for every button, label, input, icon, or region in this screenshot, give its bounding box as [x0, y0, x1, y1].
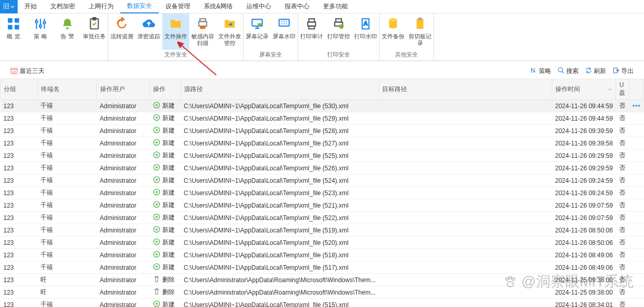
cell	[379, 125, 552, 137]
cell: C:\Users\ADMINI~1\AppData\Local\Temp\xml…	[180, 212, 379, 224]
ribbon-flow-trace[interactable]: 流转追溯	[108, 13, 135, 50]
table-row[interactable]: 123千禧Administrator新建C:\Users\ADMINI~1\Ap…	[1, 199, 644, 212]
row-more-cell	[629, 199, 644, 212]
col-header-4[interactable]: 源路径	[180, 79, 379, 100]
table-row[interactable]: 123旺Administrator删除C:\Users\Administrato…	[1, 286, 644, 299]
table-row[interactable]: 123千禧Administrator新建C:\Users\ADMINI~1\Ap…	[1, 187, 644, 199]
plus-circle-icon	[153, 238, 160, 247]
cell: 123	[1, 125, 38, 137]
cell: C:\Users\ADMINI~1\AppData\Local\Temp\xml…	[180, 224, 379, 237]
menu-tab-7[interactable]: 报表中心	[278, 0, 316, 13]
menu-tab-8[interactable]: 更多功能	[316, 0, 355, 13]
ribbon-clipboard-rec[interactable]: 剪切板记录	[407, 13, 433, 50]
table-row[interactable]: 123千禧Administrator新建C:\Users\ADMINI~1\Ap…	[1, 125, 644, 137]
menu-tab-5[interactable]: 系统&网络	[197, 0, 240, 13]
ribbon-label: 屏幕记录	[246, 33, 269, 40]
cell: 否	[616, 150, 629, 162]
filter-refresh-button[interactable]: 刷新	[585, 67, 606, 76]
table-row[interactable]: 123千禧Administrator新建C:\Users\ADMINI~1\Ap…	[1, 112, 644, 125]
table-row[interactable]: 123千禧Administrator新建C:\Users\ADMINI~1\Ap…	[1, 299, 644, 308]
filter-buttons: 策略搜索刷新导出	[530, 67, 634, 76]
cell: 123	[1, 237, 38, 249]
cell: 2024-11-26 08:34:01	[552, 299, 615, 308]
ribbon-policy[interactable]: 策 略	[27, 13, 54, 57]
ribbon-screen-wm[interactable]: 屏幕水印	[271, 13, 298, 50]
table-row[interactable]: 123千禧Administrator新建C:\Users\ADMINI~1\Ap…	[1, 100, 644, 112]
cell	[379, 187, 552, 199]
op-label: 删除	[162, 288, 175, 297]
col-header-3[interactable]: 操作	[150, 79, 181, 100]
ribbon-file-backup[interactable]: 文件备份	[380, 13, 407, 50]
cell	[379, 112, 552, 125]
svg-rect-12	[93, 18, 96, 20]
cell: Administrator	[96, 112, 149, 125]
table-row[interactable]: 123旺Administrator删除C:\Users\Administrato…	[1, 274, 644, 286]
table-row[interactable]: 123千禧Administrator新建C:\Users\ADMINI~1\Ap…	[1, 162, 644, 174]
menu-tab-6[interactable]: 运维中心	[240, 0, 278, 13]
cell: 否	[616, 199, 629, 212]
ribbon-alarm[interactable]: 告 警	[54, 13, 81, 57]
chevron-down-icon	[608, 87, 612, 92]
menu-tab-3[interactable]: 数据安全	[120, 0, 159, 13]
db-icon	[386, 17, 400, 31]
cell: 2024-11-26 09:29:59	[552, 150, 615, 162]
plus-circle-icon	[153, 300, 160, 307]
svg-line-47	[562, 71, 564, 73]
row-more-cell[interactable]: •••	[629, 100, 644, 112]
calendar-icon: 23	[10, 67, 18, 75]
col-header-7[interactable]: U盘	[616, 79, 629, 100]
ribbon-sens-scan[interactable]: 敏感内容扫描	[189, 13, 216, 50]
refresh-icon	[585, 67, 592, 76]
ribbon-approval[interactable]: 审批任务	[81, 13, 108, 57]
table-row[interactable]: 123千禧Administrator新建C:\Users\ADMINI~1\Ap…	[1, 249, 644, 261]
ribbon-print-audit[interactable]: 打印审计	[298, 13, 325, 50]
ribbon-leak-trace[interactable]: 泄密追踪	[135, 13, 162, 50]
cell: 否	[616, 299, 629, 308]
table-row[interactable]: 123千禧Administrator新建C:\Users\ADMINI~1\Ap…	[1, 237, 644, 249]
cell: 新建	[150, 112, 181, 125]
ribbon-file-ops[interactable]: 文件操作	[162, 13, 189, 50]
ribbon-file-out[interactable]: 文件外发管控	[216, 13, 243, 50]
table-row[interactable]: 123千禧Administrator新建C:\Users\ADMINI~1\Ap…	[1, 150, 644, 162]
filter-policy-button[interactable]: 策略	[530, 67, 551, 76]
table-row[interactable]: 123千禧Administrator新建C:\Users\ADMINI~1\Ap…	[1, 137, 644, 150]
svg-point-35	[389, 18, 397, 22]
menu-tab-4[interactable]: 设备管理	[159, 0, 197, 13]
cell: 2024-11-26 08:50:06	[552, 237, 615, 249]
records-table: 分组终端名操作用户操作源路径目标路径操作时间U盘 123千禧Administra…	[0, 79, 644, 307]
table-row[interactable]: 123千禧Administrator新建C:\Users\ADMINI~1\Ap…	[1, 224, 644, 237]
ribbon-screen-record[interactable]: 屏幕记录	[244, 13, 271, 50]
date-filter[interactable]: 23 最近三天	[10, 67, 45, 76]
table-row[interactable]: 123千禧Administrator新建C:\Users\ADMINI~1\Ap…	[1, 174, 644, 187]
op-label: 新建	[162, 238, 175, 247]
filter-btn-label: 搜索	[566, 67, 579, 76]
cell: 2024-11-26 08:49:06	[552, 261, 615, 274]
table-row[interactable]: 123千禧Administrator新建C:\Users\ADMINI~1\Ap…	[1, 261, 644, 274]
filter-export-button[interactable]: 导出	[612, 67, 634, 76]
more-icon[interactable]: •••	[633, 103, 641, 110]
ribbon-label: 文件外发管控	[216, 33, 243, 47]
plus-circle-icon	[153, 164, 160, 172]
col-header-1[interactable]: 终端名	[37, 79, 96, 100]
menu-tab-1[interactable]: 文档加密	[44, 0, 82, 13]
old-version-button[interactable]: 旧	[0, 0, 18, 13]
plus-circle-icon	[153, 114, 160, 123]
menu-tab-2[interactable]: 上网行为	[82, 0, 120, 13]
col-header-5[interactable]: 目标路径	[379, 79, 552, 100]
svg-rect-37	[418, 18, 422, 20]
ribbon-print-ctrl[interactable]: 打印管控	[325, 13, 352, 50]
table-row[interactable]: 123千禧Administrator新建C:\Users\ADMINI~1\Ap…	[1, 212, 644, 224]
ribbon-group-3: 打印审计打印管控A打印水印打印安全	[298, 13, 380, 61]
plus-circle-icon	[153, 226, 160, 235]
col-header-6[interactable]: 操作时间	[552, 79, 615, 100]
col-header-0[interactable]: 分组	[1, 79, 38, 100]
cell: 否	[616, 137, 629, 150]
cell: 否	[616, 224, 629, 237]
cell: 否	[616, 112, 629, 125]
col-header-2[interactable]: 操作用户	[96, 79, 149, 100]
ribbon-print-wm[interactable]: A打印水印	[352, 13, 379, 50]
menu-tab-0[interactable]: 开始	[18, 0, 44, 13]
op-label: 新建	[162, 226, 175, 235]
ribbon-overview[interactable]: 概 览	[0, 13, 27, 57]
filter-search-button[interactable]: 搜索	[557, 67, 579, 76]
